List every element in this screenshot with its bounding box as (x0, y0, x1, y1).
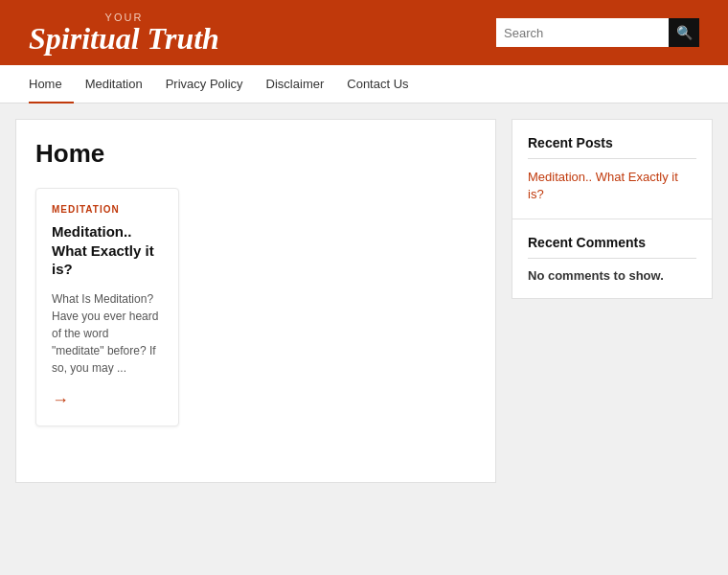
recent-posts-title: Recent Posts (528, 135, 696, 159)
post-card: MEDITATION Meditation.. What Exactly it … (35, 188, 179, 426)
page-title: Home (35, 139, 476, 169)
card-excerpt: What Is Meditation? Have you ever heard … (52, 290, 163, 377)
recent-posts-widget: Recent Posts Meditation.. What Exactly i… (512, 119, 713, 219)
recent-comments-widget: Recent Comments No comments to show. (512, 219, 713, 299)
main-nav: Home Meditation Privacy Policy Disclaime… (0, 65, 728, 104)
sidebar: Recent Posts Meditation.. What Exactly i… (512, 119, 713, 483)
card-title[interactable]: Meditation.. What Exactly it is? (52, 222, 163, 279)
nav-item-disclaimer[interactable]: Disclaimer (255, 65, 336, 104)
search-input[interactable] (496, 18, 669, 47)
nav-item-contact-us[interactable]: Contact Us (335, 65, 420, 104)
recent-comments-title: Recent Comments (528, 235, 696, 259)
main-content: Home MEDITATION Meditation.. What Exactl… (15, 119, 496, 483)
logo-main: Spiritual Truth (29, 23, 219, 54)
nav-item-privacy-policy[interactable]: Privacy Policy (154, 65, 255, 104)
search-icon: 🔍 (676, 25, 693, 40)
nav-item-home[interactable]: Home (29, 65, 74, 104)
nav-item-meditation[interactable]: Meditation (74, 65, 154, 104)
no-comments-text: No comments to show. (528, 268, 696, 283)
site-header: YOUR Spiritual Truth 🔍 (0, 0, 728, 65)
recent-post-link-1[interactable]: Meditation.. What Exactly it is? (528, 169, 696, 203)
card-category: MEDITATION (52, 204, 163, 215)
logo: YOUR Spiritual Truth (29, 12, 219, 54)
page-body: Home MEDITATION Meditation.. What Exactl… (0, 104, 728, 512)
read-more-arrow[interactable]: → (52, 390, 69, 409)
search-area: 🔍 (496, 18, 699, 47)
search-button[interactable]: 🔍 (669, 18, 699, 47)
